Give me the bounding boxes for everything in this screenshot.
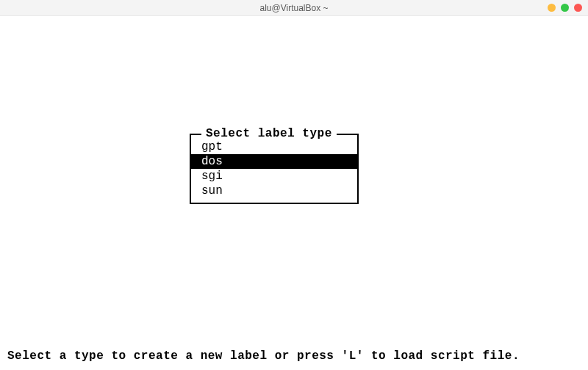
dialog-title: Select label type xyxy=(201,126,337,141)
dialog-items: gpt dos sgi sun xyxy=(191,135,357,203)
label-option-gpt[interactable]: gpt xyxy=(191,139,357,154)
terminal-content: Select label type gpt dos sgi sun Select… xyxy=(0,16,588,370)
maximize-icon[interactable] xyxy=(561,4,569,12)
close-icon[interactable] xyxy=(574,4,582,12)
label-option-sgi[interactable]: sgi xyxy=(191,169,357,184)
window-title: alu@VirtualBox ~ xyxy=(259,3,328,13)
hint-text: Select a type to create a new label or p… xyxy=(7,349,520,363)
label-type-dialog: Select label type gpt dos sgi sun xyxy=(190,134,359,204)
minimize-icon[interactable] xyxy=(548,4,556,12)
label-option-sun[interactable]: sun xyxy=(191,184,357,198)
window-controls xyxy=(548,4,582,12)
label-option-dos[interactable]: dos xyxy=(191,154,357,169)
titlebar: alu@VirtualBox ~ xyxy=(0,0,588,16)
